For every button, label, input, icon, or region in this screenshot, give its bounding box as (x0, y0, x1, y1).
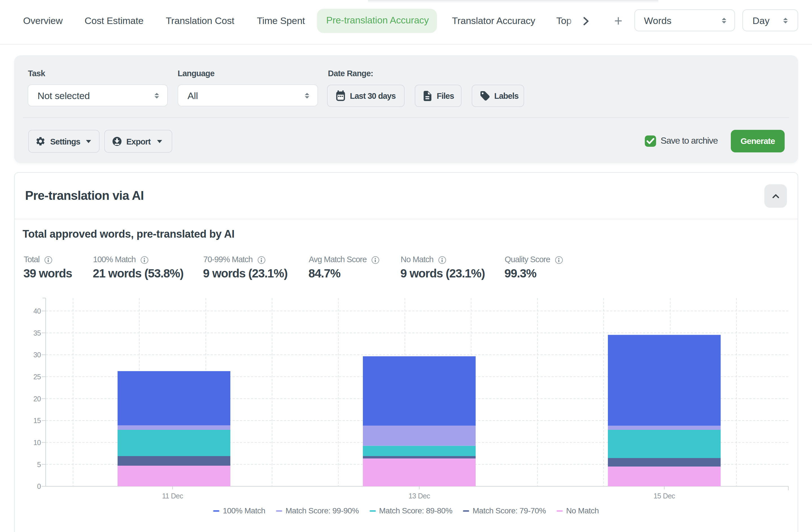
svg-text:5: 5 (37, 461, 41, 468)
svg-text:10: 10 (33, 438, 41, 447)
svg-text:40: 40 (33, 307, 41, 315)
svg-text:15 Dec: 15 Dec (654, 492, 675, 500)
svg-text:25: 25 (33, 373, 41, 381)
svg-text:30: 30 (33, 351, 41, 359)
svg-text:13 Dec: 13 Dec (408, 492, 430, 500)
svg-text:20: 20 (33, 395, 41, 403)
svg-text:11 Dec: 11 Dec (162, 492, 183, 500)
svg-text:35: 35 (33, 329, 41, 337)
svg-text:0: 0 (37, 482, 41, 490)
svg-text:15: 15 (33, 417, 41, 424)
